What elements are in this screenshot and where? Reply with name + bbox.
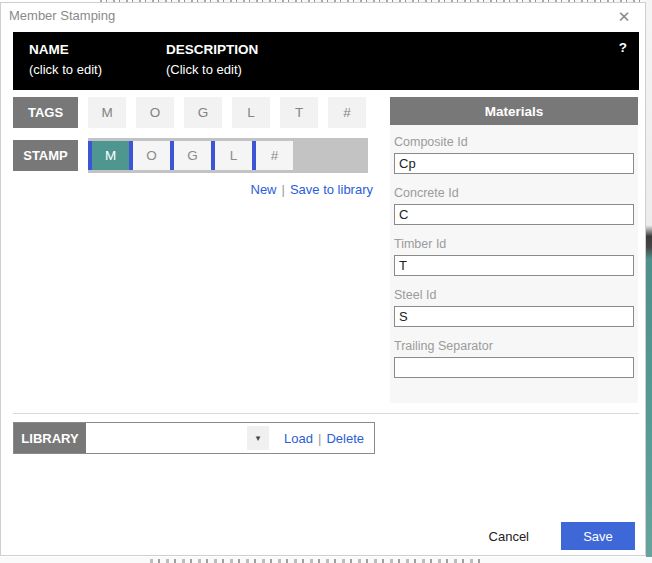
tag-tile-m[interactable]: M (88, 97, 126, 128)
dialog-title: Member Stamping (9, 8, 115, 23)
delete-link[interactable]: Delete (326, 431, 364, 446)
cancel-button[interactable]: Cancel (489, 529, 529, 544)
load-link[interactable]: Load (284, 431, 313, 446)
save-button[interactable]: Save (561, 522, 635, 550)
stamp-tile-hash[interactable]: # (256, 141, 293, 170)
stamp-tile-l[interactable]: L (215, 141, 252, 170)
materials-fields: Composite Id Concrete Id Timber Id Steel… (390, 135, 638, 378)
stamp-tile-m-selected[interactable]: M (92, 141, 129, 170)
background-bleed-bottom-marks (150, 559, 480, 563)
tag-tile-hash[interactable]: # (328, 97, 366, 128)
new-link[interactable]: New (251, 182, 277, 197)
trailing-separator-label: Trailing Separator (394, 339, 634, 354)
screen: Member Stamping ✕ NAME (click to edit) D… (0, 0, 652, 563)
description-edit-hint[interactable]: (Click to edit) (166, 60, 258, 80)
background-bleed-right (646, 0, 652, 563)
description-label: DESCRIPTION (166, 40, 258, 60)
member-stamping-dialog: Member Stamping ✕ NAME (click to edit) D… (0, 2, 646, 556)
stamp-tile-g[interactable]: G (174, 141, 211, 170)
save-to-library-link[interactable]: Save to library (290, 182, 373, 197)
composite-id-label: Composite Id (394, 135, 634, 150)
timber-id-label: Timber Id (394, 237, 634, 252)
tags-row-label: TAGS (13, 97, 78, 128)
tag-tile-t[interactable]: T (280, 97, 318, 128)
concrete-id-input[interactable] (394, 204, 634, 225)
stamp-tile-o[interactable]: O (133, 141, 170, 170)
materials-panel-title: Materials (390, 97, 638, 125)
stamp-unit: M (88, 141, 129, 170)
background-bleed-bottom (0, 557, 652, 563)
links-pipe: | (282, 182, 285, 197)
stamp-row-label: STAMP (13, 140, 78, 171)
stamp-links: New|Save to library (88, 182, 373, 197)
concrete-id-label: Concrete Id (394, 186, 634, 201)
steel-id-label: Steel Id (394, 288, 634, 303)
tag-tile-l[interactable]: L (232, 97, 270, 128)
trailing-separator-input[interactable] (394, 357, 634, 378)
help-icon[interactable]: ? (619, 40, 627, 55)
library-section-divider (13, 413, 639, 414)
steel-id-input[interactable] (394, 306, 634, 327)
close-icon[interactable]: ✕ (614, 7, 634, 27)
library-row-label: LIBRARY (14, 423, 86, 453)
tag-tile-g[interactable]: G (184, 97, 222, 128)
library-links: Load|Delete (274, 423, 374, 453)
name-edit-hint[interactable]: (click to edit) (29, 60, 102, 80)
composite-id-input[interactable] (394, 153, 634, 174)
library-links-pipe: | (318, 431, 321, 446)
name-section[interactable]: NAME (click to edit) (29, 40, 102, 80)
timber-id-input[interactable] (394, 255, 634, 276)
library-combobox[interactable]: ▾ (86, 423, 274, 453)
stamp-unit: # (252, 141, 293, 170)
stamp-strip: M O G L # (88, 138, 368, 173)
materials-panel: Materials Composite Id Concrete Id Timbe… (390, 97, 638, 403)
library-row: LIBRARY ▾ Load|Delete (13, 422, 375, 454)
tags-tile-list: M O G L T # (88, 97, 366, 128)
tag-tile-o[interactable]: O (136, 97, 174, 128)
stamp-unit: L (211, 141, 252, 170)
stamp-unit: O (129, 141, 170, 170)
chevron-down-icon[interactable]: ▾ (247, 426, 269, 450)
stamp-unit: G (170, 141, 211, 170)
name-label: NAME (29, 40, 102, 60)
description-section[interactable]: DESCRIPTION (Click to edit) (166, 40, 258, 80)
name-description-header: NAME (click to edit) DESCRIPTION (Click … (13, 32, 639, 90)
dialog-footer: Cancel Save (489, 521, 635, 551)
